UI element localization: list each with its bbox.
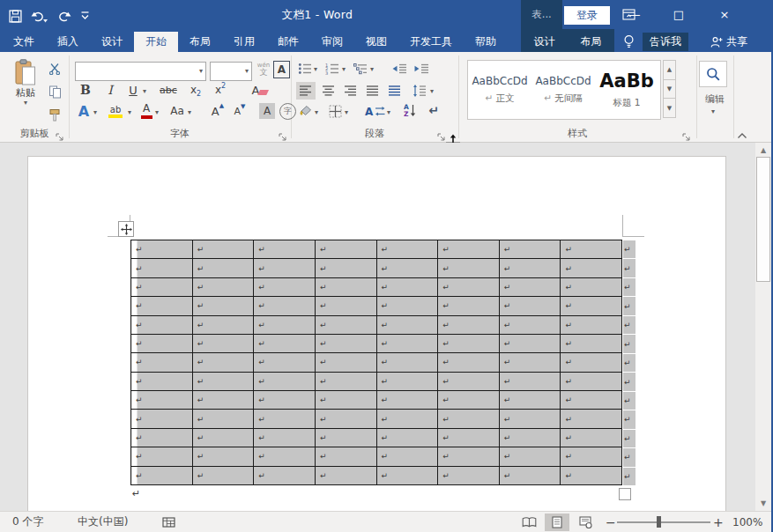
table-cell[interactable]: ↵	[192, 353, 254, 372]
table-cell[interactable]: ↵	[499, 259, 561, 277]
table-cell[interactable]: ↵	[254, 410, 316, 428]
table-cell[interactable]: ↵	[376, 240, 438, 259]
table-cell[interactable]: ↵	[192, 391, 254, 410]
table-cell[interactable]: ↵	[561, 277, 622, 296]
maximize-button[interactable]: □	[664, 0, 694, 29]
table-cell[interactable]: ↵	[561, 466, 622, 485]
table-cell[interactable]: ↵	[499, 297, 561, 315]
table-cell[interactable]: ↵	[254, 447, 316, 466]
table-cell[interactable]: ↵	[376, 428, 438, 447]
strikethrough-button[interactable]: abc	[157, 82, 180, 98]
web-layout-button[interactable]	[573, 514, 598, 531]
table-cell[interactable]: ↵	[131, 410, 193, 428]
table-cell[interactable]: ↵	[376, 391, 438, 410]
table-cell[interactable]: ↵	[376, 353, 438, 372]
table-cell[interactable]: ↵	[192, 297, 254, 315]
borders-caret[interactable]: ▾	[345, 109, 348, 116]
table-cell[interactable]: ↵	[131, 391, 193, 410]
zoom-level[interactable]: 100%	[732, 512, 762, 532]
table-cell[interactable]: ↵	[315, 410, 376, 428]
font-dialog-launcher[interactable]	[279, 129, 289, 139]
font-size-caret[interactable]: ▾	[245, 68, 249, 75]
table-cell[interactable]: ↵	[315, 447, 376, 466]
table-cell[interactable]: ↵	[131, 447, 193, 466]
style-gallery-item[interactable]: AaBb标题 1	[595, 61, 658, 119]
ribbon-tab[interactable]: 视图	[354, 32, 398, 52]
underline-button[interactable]: U	[126, 81, 140, 99]
table-move-handle[interactable]	[118, 221, 134, 237]
table-cell[interactable]: ↵	[438, 447, 500, 466]
bold-button[interactable]: B	[78, 81, 93, 99]
font-color-button[interactable]: A	[139, 102, 153, 120]
align-right-button[interactable]	[341, 82, 360, 100]
text-highlight-button[interactable]: ab	[106, 102, 125, 120]
text-effects-button[interactable]: A	[76, 102, 92, 120]
table-cell[interactable]: ↵	[438, 334, 500, 352]
scroll-up-arrow[interactable]: ▲	[755, 144, 771, 157]
table-cell[interactable]: ↵	[254, 353, 316, 372]
ribbon-tab[interactable]: 文件	[2, 32, 46, 52]
table-cell[interactable]: ↵	[376, 410, 438, 428]
table-cell[interactable]: ↵	[315, 391, 376, 410]
table-cell[interactable]: ↵	[376, 315, 438, 334]
ribbon-tab[interactable]: 审阅	[310, 32, 354, 52]
table-cell[interactable]: ↵	[192, 315, 254, 334]
table-cell[interactable]: ↵	[499, 353, 561, 372]
sort-button[interactable]: A Z	[401, 101, 419, 119]
phonetic-guide-button[interactable]: wén 文	[256, 59, 271, 80]
table-cell[interactable]: ↵	[499, 277, 561, 296]
table-cell[interactable]: ↵	[499, 334, 561, 352]
table-cell[interactable]: ↵	[131, 240, 193, 259]
table-cell[interactable]: ↵	[131, 466, 193, 485]
table-cell[interactable]: ↵	[131, 297, 193, 315]
table-cell[interactable]: ↵	[254, 391, 316, 410]
ribbon-tab[interactable]: 开始	[134, 32, 178, 52]
table-cell[interactable]: ↵	[254, 315, 316, 334]
zoom-in-button[interactable]: +	[713, 512, 724, 532]
table-cell[interactable]: ↵	[438, 297, 500, 315]
table-cell[interactable]: ↵	[192, 428, 254, 447]
zoom-slider-thumb[interactable]	[657, 516, 661, 528]
table-cell[interactable]: ↵	[192, 259, 254, 277]
table-cell[interactable]: ↵	[131, 259, 193, 277]
shrink-font-button[interactable]: A ▼	[232, 103, 248, 120]
close-button[interactable]: ×	[710, 0, 740, 29]
font-name-combobox[interactable]: ▾	[75, 62, 206, 81]
table-cell[interactable]: ↵	[438, 428, 500, 447]
align-center-button[interactable]	[319, 82, 338, 100]
table-cell[interactable]: ↵	[254, 466, 316, 485]
table-cell[interactable]: ↵	[376, 297, 438, 315]
table-cell[interactable]: ↵	[192, 372, 254, 390]
styles-scroll-up-button[interactable]: ▲	[663, 60, 676, 80]
increase-indent-button[interactable]	[413, 61, 430, 77]
font-name-caret[interactable]: ▾	[199, 68, 203, 75]
table-cell[interactable]: ↵	[192, 334, 254, 352]
style-gallery-item[interactable]: AaBbCcDd↵ 正文	[468, 61, 531, 119]
table-cell[interactable]: ↵	[438, 372, 500, 390]
word-count[interactable]: 0 个字	[12, 512, 43, 532]
collapse-ribbon-button[interactable]	[737, 126, 747, 143]
justify-button[interactable]	[363, 82, 383, 100]
table-cell[interactable]: ↵	[499, 428, 561, 447]
borders-button[interactable]	[326, 103, 344, 119]
styles-scroll-down-button[interactable]: ▼	[663, 80, 676, 100]
format-painter-button[interactable]	[46, 107, 63, 122]
font-color-caret[interactable]: ▾	[155, 109, 159, 116]
table-cell[interactable]: ↵	[499, 466, 561, 485]
edit-group-caret[interactable]: ▾	[711, 108, 715, 115]
italic-button[interactable]: I	[103, 81, 117, 99]
paste-button[interactable]: 粘贴 ▾	[7, 59, 44, 107]
cut-button[interactable]	[46, 61, 63, 77]
table-cell[interactable]: ↵	[561, 447, 622, 466]
table-cell[interactable]: ↵	[315, 277, 376, 296]
subscript-button[interactable]: x 2	[187, 82, 204, 98]
tell-me-box[interactable]: 告诉我	[643, 33, 688, 51]
table-cell[interactable]: ↵	[561, 410, 622, 428]
contextual-tab[interactable]: 布局	[574, 32, 609, 52]
ribbon-tab[interactable]: 设计	[90, 32, 134, 52]
table-cell[interactable]: ↵	[499, 372, 561, 390]
zoom-slider-track[interactable]	[617, 521, 710, 523]
table-cell[interactable]: ↵	[376, 277, 438, 296]
clipboard-dialog-launcher[interactable]	[56, 129, 66, 139]
asian-layout-button[interactable]: A	[363, 102, 386, 120]
